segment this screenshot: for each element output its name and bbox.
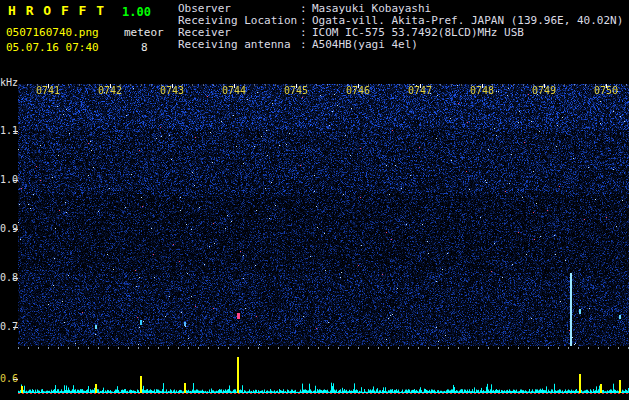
info-value: A504HB(yagi 4el) (312, 39, 418, 51)
output-filename: 0507160740.png (6, 26, 99, 39)
spectrogram-canvas (18, 84, 629, 346)
level-plot-canvas (18, 352, 629, 396)
time-label: 0748 (466, 86, 498, 96)
time-label: 0741 (32, 86, 64, 96)
freq-unit-label: kHz (0, 78, 16, 88)
time-label: 0745 (280, 86, 312, 96)
time-label: 0749 (528, 86, 560, 96)
info-row-antenna: Receiving antenna:A504HB(yagi 4el) (178, 39, 623, 51)
mode-label: meteor (124, 26, 164, 39)
hrofft-window: H R O F F T 1.00 0507160740.png meteor 0… (0, 0, 629, 400)
station-info: Observer:Masayuki Kobayashi Receiving Lo… (178, 3, 623, 51)
info-label: Receiving antenna (178, 39, 300, 51)
datetime-label: 05.07.16 07:40 (6, 41, 99, 54)
time-label: 0750 (590, 86, 622, 96)
echo-count: 8 (141, 41, 148, 54)
time-label: 0744 (218, 86, 250, 96)
info-colon: : (300, 39, 312, 51)
time-label: 0747 (404, 86, 436, 96)
app-version: 1.00 (122, 5, 151, 19)
seconds-tick-row (18, 347, 629, 349)
time-label: 0746 (342, 86, 374, 96)
app-title: H R O F F T (8, 3, 105, 18)
time-label: 0742 (94, 86, 126, 96)
time-label: 0743 (156, 86, 188, 96)
